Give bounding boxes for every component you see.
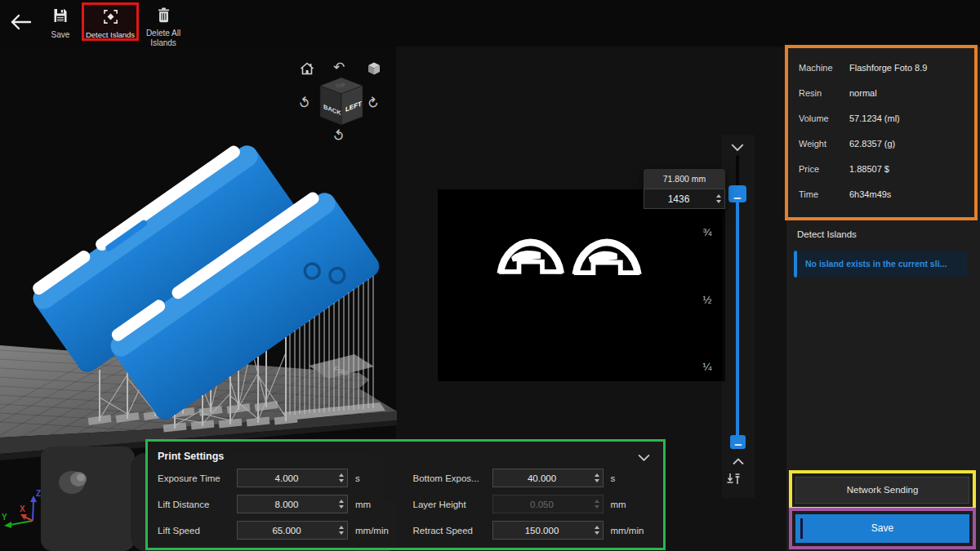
chevron-down-icon [731, 140, 744, 153]
right-panel: MachineFlashforge Foto 8.9 Resinnormal V… [786, 47, 980, 551]
bottom-exposure-input-box [492, 469, 604, 487]
slider-mark-quarter: ¼ [696, 361, 719, 373]
spinner-up-icon [339, 526, 344, 529]
layer-height-stepper [591, 495, 603, 513]
spinner-down-icon [339, 531, 344, 535]
spinner-up-icon [339, 473, 344, 477]
machine-info-row: Price1.88507 $ [799, 156, 970, 181]
detect-islands-button[interactable]: Detect Islands [84, 5, 136, 38]
view-cube[interactable]: TOP BACK LEFT [317, 76, 366, 128]
lift-distance-input-box [237, 495, 348, 513]
save-button-caret [800, 518, 803, 539]
machine-info-list: MachineFlashforge Foto 8.9 Resinnormal V… [799, 55, 970, 207]
back-arrow-icon [8, 22, 33, 36]
detect-islands-label: Detect Islands [86, 30, 135, 39]
layer-slider-range-fill [736, 193, 739, 443]
spinner-down-icon [595, 531, 599, 535]
detect-islands-icon [103, 9, 118, 28]
lift-speed-input[interactable] [238, 522, 336, 539]
delete-all-islands-button[interactable]: Delete AllIslands [140, 2, 186, 46]
layer-height-input-box [492, 495, 604, 513]
lift-speed-stepper[interactable] [336, 522, 347, 539]
network-sending-button[interactable]: Network Sending [795, 477, 969, 504]
axis-y-label: Y [2, 513, 7, 522]
collapse-panel-button[interactable] [638, 450, 650, 464]
layer-number-input[interactable] [644, 189, 713, 208]
exposure-time-stepper[interactable] [336, 469, 347, 487]
back-button[interactable] [8, 11, 33, 33]
print-settings-header: Print Settings [148, 442, 663, 466]
field-exposure-time: Exposure Time s [158, 468, 399, 488]
retract-speed-stepper[interactable] [591, 522, 603, 539]
spinner-up-icon [595, 500, 599, 503]
spinner-down-icon [595, 505, 599, 509]
bottom-exposure-input[interactable] [493, 469, 591, 487]
rotate-up-icon[interactable]: ↶ [333, 60, 345, 74]
island-status-message: No island exists in the current sli... [794, 251, 967, 278]
axis-z-label: Z [36, 489, 41, 498]
annotation-box-purple: Save [789, 508, 976, 549]
print-settings-title: Print Settings [158, 451, 224, 462]
spinner-down-icon [595, 479, 599, 482]
delete-all-label-line1: Delete All [146, 29, 180, 38]
trash-icon [158, 7, 170, 26]
layer-number-stepper[interactable] [713, 189, 724, 208]
spinner-down-icon [716, 200, 721, 203]
machine-info-row: Weight62.8357 (g) [799, 131, 970, 156]
field-layer-height: Layer Height mm [413, 494, 654, 514]
save-action-button[interactable]: Save [795, 514, 969, 543]
layer-number-spinbox [644, 189, 725, 209]
save-toolbar-label: Save [51, 30, 70, 40]
layer-slider-upper-handle[interactable] [728, 185, 746, 202]
slice-preview-canvas[interactable] [438, 189, 725, 381]
retract-speed-input[interactable] [493, 522, 591, 539]
home-view-button[interactable] [299, 60, 315, 80]
layer-height-input [493, 495, 591, 513]
handle-grip [734, 444, 742, 446]
isometric-view-button[interactable] [367, 61, 381, 79]
home-icon [299, 65, 315, 79]
exposure-time-input[interactable] [238, 469, 336, 487]
slice-cross-section [438, 189, 725, 381]
layer-slider-lower-handle[interactable] [730, 435, 746, 449]
machine-info-row: Volume57.1234 (ml) [799, 105, 970, 131]
machine-info-row: Time6h34m49s [799, 181, 970, 207]
spinner-up-icon [716, 194, 721, 198]
slicer-app-window: Save Detect Islands Delete AllIslands [0, 0, 980, 551]
layer-indicator: 71.800 mm [644, 169, 725, 209]
toolbar: Save Detect Islands Delete AllIslands [0, 0, 980, 47]
jump-arrows-icon [726, 475, 742, 489]
field-retract-speed: Retract Speed mm/min [413, 520, 654, 540]
layer-height-tooltip: 71.800 mm [644, 169, 725, 189]
print-settings-fields: Exposure Time s Bottom Expos... s Lift D… [148, 466, 663, 540]
jump-to-layer-button[interactable] [726, 472, 742, 490]
slider-mark-three-quarters: ¾ [696, 226, 719, 238]
bottom-exposure-stepper[interactable] [591, 469, 603, 487]
field-lift-speed: Lift Speed mm/min [158, 520, 399, 540]
annotation-box-red: Detect Islands [82, 2, 139, 41]
lift-distance-stepper[interactable] [336, 495, 347, 513]
spinner-down-icon [339, 505, 344, 509]
exposure-time-input-box [237, 469, 348, 487]
island-status-text: No island exists in the current sli... [805, 251, 965, 278]
save-action-label: Save [871, 522, 893, 534]
spinner-up-icon [595, 473, 599, 477]
retract-speed-input-box [492, 521, 604, 540]
chevron-down-icon [638, 450, 650, 464]
field-bottom-exposure: Bottom Expos... s [413, 468, 654, 488]
layer-step-up-button[interactable] [733, 454, 744, 469]
spinner-down-icon [339, 479, 344, 482]
handle-grip [734, 198, 742, 199]
detect-islands-section-title: Detect Islands [797, 229, 857, 239]
machine-info-row: Resinnormal [799, 80, 970, 105]
lift-speed-input-box [237, 521, 348, 540]
floppy-save-icon [52, 7, 69, 27]
chevron-up-icon [733, 454, 744, 468]
message-accent-bar [794, 251, 797, 278]
layer-step-down-button[interactable] [731, 140, 744, 154]
lift-distance-input[interactable] [238, 495, 336, 513]
spinner-up-icon [339, 500, 344, 503]
cube-icon [367, 64, 381, 78]
save-toolbar-button[interactable]: Save [42, 2, 78, 44]
axis-triad: Z X Y [2, 489, 41, 528]
